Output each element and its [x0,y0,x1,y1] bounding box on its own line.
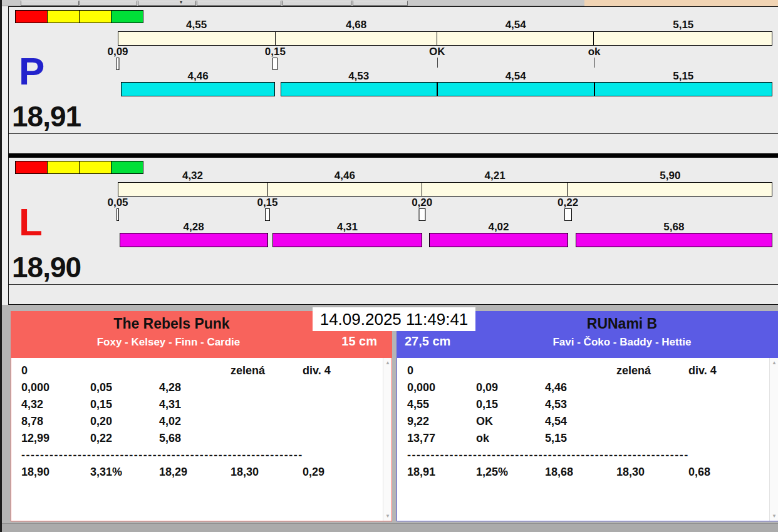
table-cell: 4,28 [159,379,231,396]
table-row: 8,780,204,02 [21,413,392,430]
marker-labels: 0,090,15OKok [118,46,772,57]
top-bar [118,182,772,197]
table-cell: 9,22 [407,413,476,430]
bottom-status-strip [2,523,778,532]
caret-icon: ▾ [180,1,184,4]
exchange-label: 0,20 [412,197,432,209]
exchange-label: ok [588,46,601,58]
lane-bars: 4,554,684,545,15 0,090,15OKok 4,464,534,… [118,7,772,153]
table-cell: 4,02 [159,413,231,430]
strip-button[interactable] [283,1,351,6]
lane-section-right: P 4,554,684,545,15 0,090,15OKok 4,464,53… [9,7,778,153]
exchange-ok-tick [437,58,438,68]
traffic-light [47,10,80,23]
table-row: ----------------------------------------… [407,447,695,464]
table-cell: 4,31 [159,396,231,413]
table-cell: 18,90 [21,464,90,481]
exchange-label: 0,15 [257,197,277,209]
team-members: Foxy - Kelsey - Finn - Cardie [11,336,392,349]
scroll-up-icon[interactable]: ▲ [385,360,391,366]
table-cell: 8,78 [21,413,90,430]
window-top-strip: ▾ [2,0,778,6]
table-cell [159,362,231,379]
scroll-down-icon[interactable]: ▼ [771,513,777,519]
table-cell: 0,05 [90,379,159,396]
lane-section-left: L 4,324,464,215,90 0,050,150,200,22 4,28… [9,158,778,304]
table-cell: 0,000 [407,379,476,396]
table-cell: 0,15 [90,396,159,413]
table-row: 18,903,31%18,2918,300,29 [21,464,392,481]
table-cell [303,430,392,447]
actual-split-segment [576,233,772,247]
team-panel-left: The Rebels Punk Foxy - Kelsey - Finn - C… [11,311,392,521]
top-bar [118,31,772,46]
traffic-light [79,10,112,23]
strip-button[interactable] [21,1,79,6]
scroll-down-icon[interactable]: ▼ [385,513,391,519]
scroll-up-icon[interactable]: ▲ [771,360,777,366]
table-cell: 5,68 [159,430,231,447]
table-cell: zelená [616,362,688,379]
table-cell: 18,30 [616,464,688,481]
split-time-label: 4,46 [335,170,355,182]
table-cell: 4,46 [545,379,616,396]
split-time-label: 5,68 [663,221,684,233]
actual-split-segment [594,82,772,96]
strip-button[interactable] [353,1,408,6]
table-cell: div. 4 [688,362,778,379]
table-cell: 18,91 [407,464,476,481]
plan-split-segment [118,183,268,196]
split-time-label: 4,54 [506,70,526,83]
bottom-bar [118,233,772,247]
split-time-label: 4,46 [188,70,209,83]
app-window: ▾ P 4,554,684,545,15 0,090,15OKok 4,464,… [0,0,778,532]
strip-button[interactable] [197,1,281,6]
results-region: The Rebels Punk Foxy - Kelsey - Finn - C… [2,305,778,523]
scrollbar[interactable]: ▲ ▼ [769,358,778,521]
exchange-label: 0,05 [107,197,128,209]
actual-split-segment [120,233,268,247]
actual-split-segment [437,82,594,96]
traffic-light [15,161,48,174]
table-cell [545,362,616,379]
bottom-bar-labels: 4,284,314,025,68 [118,221,772,232]
lane-total-time: 18,90 [12,252,81,283]
table-row: 13,77ok5,15 [407,430,778,447]
table-cell: ok [476,430,545,447]
lane-letter: P [19,52,44,91]
lane-letter: L [19,203,43,242]
split-time-label: 5,90 [660,170,680,182]
split-time-label: 4,55 [186,19,207,31]
lane-bars: 4,324,464,215,90 0,050,150,200,22 4,284,… [118,158,772,304]
actual-split-segment [281,82,437,96]
table-cell [688,396,778,413]
table-cell: 12,99 [21,430,90,447]
table-row: 0,0000,054,28 [21,379,392,396]
actual-split-segment [429,233,568,247]
table-cell: 0,22 [90,430,159,447]
table-cell: 18,30 [231,464,303,481]
table-cell: OK [476,413,545,430]
exchange-gap-marker [117,208,119,221]
table-cell: 3,31% [90,464,159,481]
table-cell [303,396,392,413]
table-cell [303,413,392,430]
table-row: 12,990,225,68 [21,430,392,447]
scrollbar[interactable]: ▲ ▼ [383,358,392,521]
bottom-bar-labels: 4,464,534,545,15 [118,70,772,81]
table-cell [616,413,688,430]
plan-split-segment [118,32,276,45]
split-time-label: 4,32 [182,170,203,182]
table-cell: 4,54 [545,413,616,430]
table-cell: 0,15 [476,396,545,413]
results-text[interactable]: 0zelenádiv. 40,0000,094,464,550,154,539,… [397,357,778,521]
table-cell: 0,68 [688,464,778,481]
strip-button[interactable] [80,1,137,6]
strip-button[interactable] [138,1,196,6]
table-cell [303,379,392,396]
results-text[interactable]: 0zelenádiv. 40,0000,054,284,320,154,318,… [11,357,392,521]
table-row: 0,0000,094,46 [407,379,778,396]
traffic-light [79,161,112,174]
height-class-badge: 27,5 cm [405,334,450,349]
top-bar-labels: 4,324,464,215,90 [118,170,772,181]
